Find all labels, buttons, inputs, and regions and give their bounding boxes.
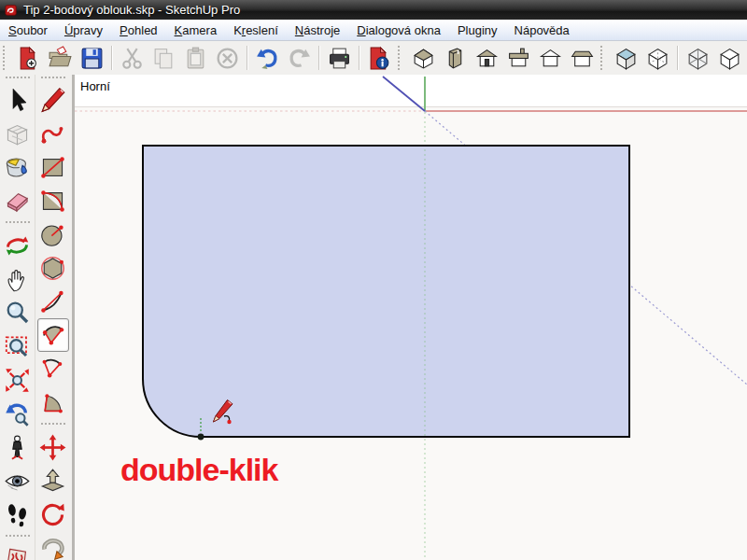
- circle-tool-button[interactable]: [37, 217, 69, 251]
- style-xray-button[interactable]: [682, 43, 713, 73]
- push-pull-icon: [39, 468, 66, 495]
- rectangle-tool-button[interactable]: [37, 150, 69, 184]
- line-tool-button[interactable]: [37, 83, 69, 117]
- add-texture-icon: [4, 546, 31, 560]
- push-pull-tool-button[interactable]: [37, 464, 69, 497]
- view-left-button[interactable]: [566, 43, 598, 73]
- line-icon: [39, 87, 66, 114]
- undo-button[interactable]: [251, 43, 283, 73]
- view-box-button[interactable]: [439, 43, 471, 73]
- pie-icon: [39, 389, 66, 416]
- open-model-button[interactable]: [44, 43, 76, 73]
- orbit-icon: [4, 232, 31, 259]
- two-point-arc-tool-button[interactable]: [37, 318, 69, 352]
- tool-palette: [0, 75, 71, 560]
- model-face[interactable]: [143, 146, 629, 437]
- paste-button[interactable]: [179, 43, 211, 73]
- main-toolbar: [0, 41, 747, 75]
- eraser-tool-button[interactable]: [2, 184, 34, 217]
- polygon-tool-button[interactable]: [37, 251, 69, 285]
- view-iso-button[interactable]: [407, 43, 439, 73]
- view-back-button[interactable]: [534, 43, 566, 73]
- toolbar-separator: [677, 46, 678, 70]
- copy-button[interactable]: [148, 43, 179, 73]
- three-point-arc-tool-button[interactable]: [37, 352, 69, 385]
- style-hidden-line-button[interactable]: [713, 43, 745, 73]
- arc-icon: [39, 288, 66, 315]
- toolbar-drag-handle[interactable]: [600, 46, 606, 70]
- look-around-tool-button[interactable]: [2, 464, 34, 497]
- titlebar: Tip 2-bodový oblouk.skp - SketchUp Pro: [0, 0, 747, 20]
- pan-icon: [4, 266, 31, 293]
- new-model-button[interactable]: [12, 43, 44, 73]
- style-shaded-button[interactable]: [610, 43, 641, 73]
- view-top-button[interactable]: [502, 43, 534, 73]
- walk-tool-button[interactable]: [2, 497, 34, 531]
- two-point-arc-icon: [39, 322, 66, 349]
- select-icon: [4, 87, 31, 114]
- undo-icon: [255, 46, 280, 71]
- add-texture-tool-button[interactable]: [2, 542, 34, 560]
- menu-soubor[interactable]: Soubor: [0, 21, 56, 39]
- pan-tool-button[interactable]: [2, 262, 34, 296]
- view-label-strip: [75, 75, 747, 106]
- zoom-extents-icon: [4, 367, 31, 394]
- view-top-icon: [506, 46, 531, 71]
- zoom-tool-button[interactable]: [2, 296, 34, 329]
- menu-nastroje[interactable]: Nástroje: [287, 21, 348, 39]
- position-camera-icon: [4, 434, 31, 461]
- view-front-icon: [474, 46, 500, 71]
- palette-drag-handle[interactable]: [41, 77, 65, 82]
- menu-pluginy[interactable]: Pluginy: [449, 21, 506, 39]
- move-icon: [39, 434, 66, 461]
- cut-button[interactable]: [116, 43, 148, 73]
- follow-me-tool-button[interactable]: [37, 531, 69, 560]
- new-model-icon: [16, 46, 41, 71]
- paint-bucket-tool-button[interactable]: [2, 150, 34, 184]
- style-hidden-line-icon: [717, 46, 742, 71]
- orbit-tool-button[interactable]: [2, 229, 34, 262]
- freehand-tool-button[interactable]: [37, 117, 69, 150]
- toolbar-separator: [247, 46, 247, 70]
- toolbar-separator: [111, 46, 112, 70]
- palette-drag-handle[interactable]: [6, 77, 30, 82]
- paint-bucket-icon: [4, 154, 31, 181]
- style-shaded-icon: [613, 46, 639, 71]
- drawing-canvas[interactable]: Horní double-klik: [72, 75, 747, 560]
- rotate-icon: [39, 501, 66, 528]
- position-camera-tool-button[interactable]: [2, 430, 34, 464]
- palette-separator: [6, 535, 30, 542]
- print-button[interactable]: [323, 43, 355, 73]
- redo-button[interactable]: [283, 43, 315, 73]
- toolbar-separator: [318, 46, 319, 70]
- rotated-rectangle-icon: [39, 188, 66, 215]
- freehand-icon: [39, 120, 66, 147]
- move-tool-button[interactable]: [37, 430, 69, 464]
- menu-pohled[interactable]: Pohled: [111, 21, 165, 39]
- polygon-icon: [39, 255, 66, 282]
- menu-upravy[interactable]: Úpravy: [56, 21, 111, 39]
- annotation-text: double-klik: [120, 452, 277, 488]
- select-tool-button[interactable]: [2, 83, 34, 117]
- pie-tool-button[interactable]: [37, 385, 69, 419]
- zoom-extents-tool-button[interactable]: [2, 363, 34, 397]
- toolbar-drag-handle[interactable]: [3, 46, 8, 70]
- view-front-button[interactable]: [471, 43, 502, 73]
- toolbar-drag-handle[interactable]: [398, 46, 403, 70]
- make-component-tool-button[interactable]: [2, 117, 34, 150]
- delete-button[interactable]: [211, 43, 243, 73]
- follow-me-icon: [39, 535, 66, 560]
- menu-kresleni[interactable]: Kreslení: [225, 21, 287, 39]
- previous-view-tool-button[interactable]: [2, 397, 34, 430]
- save-button[interactable]: [76, 43, 107, 73]
- style-back-edges-button[interactable]: [641, 43, 673, 73]
- menu-kamera[interactable]: Kamera: [166, 21, 226, 39]
- model-info-button[interactable]: [363, 43, 395, 73]
- menu-dialogova-okna[interactable]: Dialogová okna: [348, 21, 449, 39]
- rotated-rectangle-tool-button[interactable]: [37, 184, 69, 217]
- walk-icon: [4, 501, 31, 528]
- menu-napoveda[interactable]: Nápověda: [506, 21, 578, 39]
- zoom-window-tool-button[interactable]: [2, 329, 34, 363]
- rotate-tool-button[interactable]: [37, 497, 69, 531]
- arc-tool-button[interactable]: [37, 285, 69, 318]
